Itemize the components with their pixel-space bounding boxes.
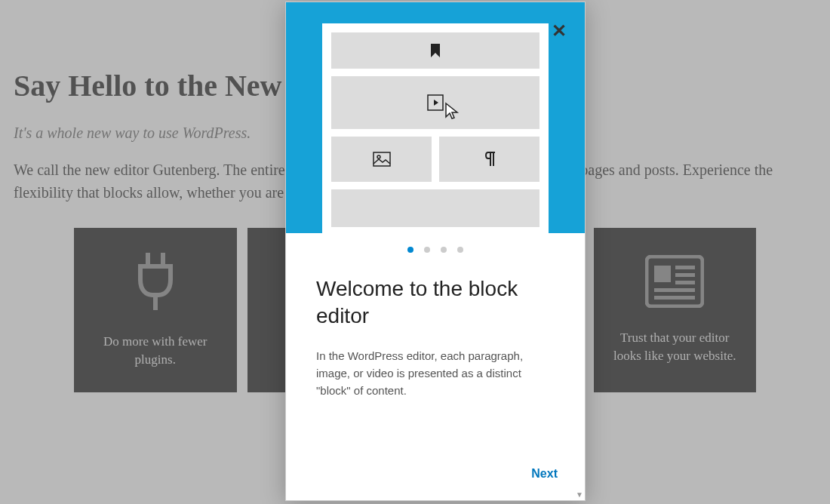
modal-body: Welcome to the block editor In the WordP… [286, 233, 585, 467]
next-button[interactable]: Next [531, 467, 558, 481]
modal-footer: Next [286, 467, 585, 500]
step-dot-3[interactable] [441, 247, 447, 253]
image-icon [373, 152, 391, 167]
modal-text: In the WordPress editor, each paragraph,… [316, 347, 555, 400]
mock-block-paragraph [439, 137, 540, 182]
svg-point-12 [377, 155, 380, 158]
step-dot-1[interactable] [407, 247, 413, 253]
svg-rect-11 [374, 152, 390, 166]
welcome-modal: ▲ ▼ ✕ [285, 2, 586, 501]
step-dot-2[interactable] [424, 247, 430, 253]
play-icon [427, 94, 444, 111]
step-dot-4[interactable] [457, 247, 463, 253]
close-button[interactable]: ✕ [552, 22, 567, 40]
step-indicator [316, 247, 555, 253]
scroll-down-arrow[interactable]: ▼ [576, 490, 583, 499]
bookmark-icon [429, 43, 441, 58]
cursor-icon [444, 102, 460, 124]
pilcrow-icon [483, 151, 496, 167]
mock-block-video [331, 76, 540, 129]
mock-block-empty [331, 189, 540, 227]
mock-device [322, 23, 549, 233]
mock-block-image [331, 137, 432, 182]
mock-block-bookmark [331, 32, 540, 69]
modal-title: Welcome to the block editor [316, 275, 555, 330]
modal-illustration: ✕ [286, 2, 585, 233]
